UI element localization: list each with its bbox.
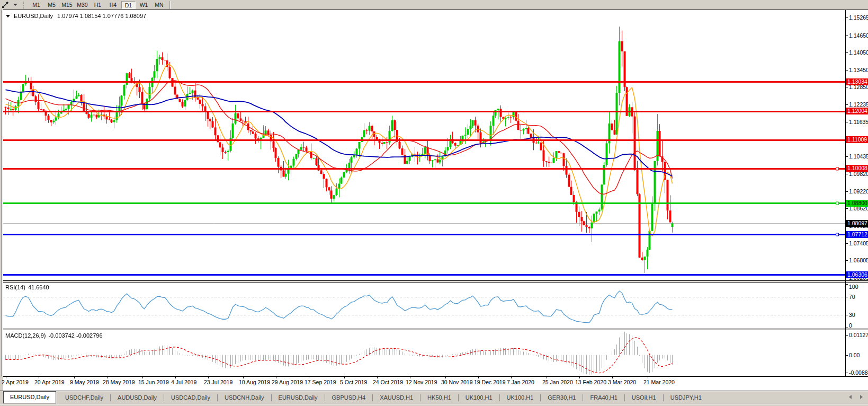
timeframe-button-M30[interactable]: M30 (75, 1, 90, 9)
chart-tab-USDCAD-Daily[interactable]: USDCAD,Daily (164, 392, 217, 403)
rsi-axis-label: 30 (849, 312, 855, 318)
chart-tab-AUDUSD-Daily[interactable]: AUDUSD,Daily (111, 392, 164, 403)
chart-tab-bar: EURUSD,DailyUSDCHF,DailyAUDUSD,DailyUSDC… (0, 391, 868, 404)
chart-tab-EURUSD-Daily[interactable]: EURUSD,Daily (272, 392, 325, 403)
tab-scroll-right-icon[interactable] (860, 395, 863, 399)
chart-tab-USDCHF-Daily[interactable]: USDCHF,Daily (58, 392, 110, 403)
price-tag: 1.08800 (846, 200, 868, 207)
chart-tab-GER30-H1[interactable]: GER30,H1 (541, 392, 583, 403)
timeframe-button-M15[interactable]: M15 (60, 1, 74, 9)
axis-tick-mark (846, 36, 848, 36)
axis-tick-mark (846, 335, 848, 336)
axis-tick-mark (846, 52, 848, 53)
price-axis-label: 1.15265 (849, 14, 868, 21)
price-axis-line (845, 10, 846, 376)
timeframe-button-D1[interactable]: D1 (121, 1, 136, 9)
date-tick-mark (142, 377, 143, 378)
axis-tick-mark (846, 284, 848, 285)
chart-tab-UK100-H1[interactable]: UK100,H1 (459, 392, 499, 403)
rsi-indicator-label: RSI(14)41.6640 (5, 284, 52, 290)
axis-tick-mark (846, 174, 848, 174)
price-tag: 1.11009 (846, 136, 868, 143)
date-axis-label: 30 Nov 2019 (441, 379, 473, 385)
date-tick-mark (648, 377, 648, 378)
chart-tab-FRA40-H1[interactable]: FRA40,H1 (583, 392, 624, 403)
tab-scroll-arrows (849, 395, 863, 399)
timeframe-button-W1[interactable]: W1 (137, 1, 151, 9)
rsi-axis-label: 70 (849, 294, 855, 300)
chart-tab-UK100-H1[interactable]: UK100,H1 (500, 392, 541, 403)
date-tick-mark (39, 377, 39, 378)
date-tick-mark (6, 377, 6, 378)
timeframe-button-H1[interactable]: H1 (91, 1, 105, 9)
macd-axis-label: 0.00 (849, 352, 860, 358)
rsi-axis-label: 0 (849, 322, 852, 329)
price-tag: 1.06306 (846, 271, 868, 278)
date-axis-label: 29 Aug 2019 (272, 379, 303, 385)
tab-scroll-left-icon[interactable] (849, 395, 852, 399)
price-axis-label: 1.14650 (849, 32, 868, 39)
macd-values: -0.003742 -0.002796 (48, 332, 102, 339)
price-axis-label: 1.07405 (849, 240, 868, 246)
date-axis-label: 15 Jun 2019 (138, 379, 169, 385)
axis-tick-mark (846, 17, 848, 18)
axis-tick-mark (846, 104, 848, 105)
chart-tool-icon[interactable] (2, 1, 10, 8)
mt4-chart-window: M1M5M15M30H1H4D1W1MN 1.152651.146501.140… (0, 0, 868, 406)
axis-tick-mark (846, 156, 848, 157)
date-axis-label: 4 Jul 2019 (171, 379, 196, 385)
chart-tab-EURUSD-Daily[interactable]: EURUSD,Daily (3, 391, 56, 403)
date-tick-mark (511, 377, 512, 378)
macd-name: MACD(12,26,9) (5, 332, 46, 339)
rsi-canvas[interactable] (3, 283, 845, 329)
chart-tab-USDJPY-H1[interactable]: USDJPY,H1 (664, 392, 709, 403)
date-axis-label: 5 Oct 2019 (340, 379, 367, 385)
toolbar-separator (169, 1, 171, 9)
axis-tick-mark (846, 328, 848, 328)
triangle-down-icon[interactable] (6, 15, 10, 17)
date-tick-mark (107, 377, 108, 378)
date-axis-label: 17 Sep 2019 (305, 379, 336, 385)
timeframe-buttons: M1M5M15M30H1H4D1W1MN (29, 1, 167, 9)
chart-tab-GBPUSD-H4[interactable]: GBPUSD,H4 (325, 392, 373, 403)
toolbar-grip[interactable] (23, 2, 25, 8)
chevron-down-icon[interactable] (13, 4, 17, 6)
date-axis-label: 9 May 2019 (70, 379, 99, 385)
chart-tab-USDCNH-Daily[interactable]: USDCNH,Daily (218, 392, 271, 403)
price-tag: 1.08097 (846, 220, 868, 227)
main-chart-canvas[interactable] (3, 11, 845, 280)
date-axis-label: 13 Feb 2020 (575, 379, 606, 385)
timeframe-button-H4[interactable]: H4 (106, 1, 120, 9)
timeframe-button-M5[interactable]: M5 (44, 1, 59, 9)
axis-tick-mark (846, 191, 848, 192)
macd-axis-label: -0.008845 (849, 369, 868, 376)
date-axis-label: 7 Jan 2020 (507, 379, 534, 385)
timeframe-button-MN[interactable]: MN (152, 1, 166, 9)
axis-tick-mark (846, 87, 848, 87)
date-axis-label: 24 Oct 2019 (373, 379, 403, 385)
date-tick-mark (410, 377, 410, 378)
macd-canvas[interactable] (3, 331, 845, 376)
date-axis-label: 21 Mar 2020 (643, 379, 675, 385)
date-tick-mark (612, 377, 613, 378)
chart-tab-HK50-H1[interactable]: HK50,H1 (420, 392, 458, 403)
date-axis-label: 12 Nov 2019 (406, 379, 437, 385)
date-axis-label: 19 Dec 2019 (474, 379, 506, 385)
axis-tick-mark (846, 315, 848, 315)
axis-tick-mark (846, 355, 848, 356)
date-tick-mark (309, 377, 309, 378)
axis-tick-mark (846, 243, 848, 244)
date-axis-label: 10 Aug 2019 (239, 379, 270, 385)
date-tick-mark (344, 377, 345, 378)
chart-tab-USOil-H1[interactable]: USOil,H1 (625, 392, 663, 403)
chart-symbol-period: EURUSD,Daily (14, 13, 53, 19)
chart-tab-XAUUSD-H1[interactable]: XAUUSD,H1 (373, 392, 420, 403)
price-tag: 1.10008 (846, 165, 868, 172)
date-tick-mark (208, 377, 209, 378)
price-axis-label: 1.06805 (849, 257, 868, 263)
axis-tick-mark (846, 297, 848, 297)
price-axis-label: 1.13450 (849, 67, 868, 73)
date-axis-label: 28 May 2019 (103, 379, 135, 385)
macd-axis-label: 0.011277 (849, 332, 868, 338)
timeframe-button-M1[interactable]: M1 (29, 1, 43, 9)
